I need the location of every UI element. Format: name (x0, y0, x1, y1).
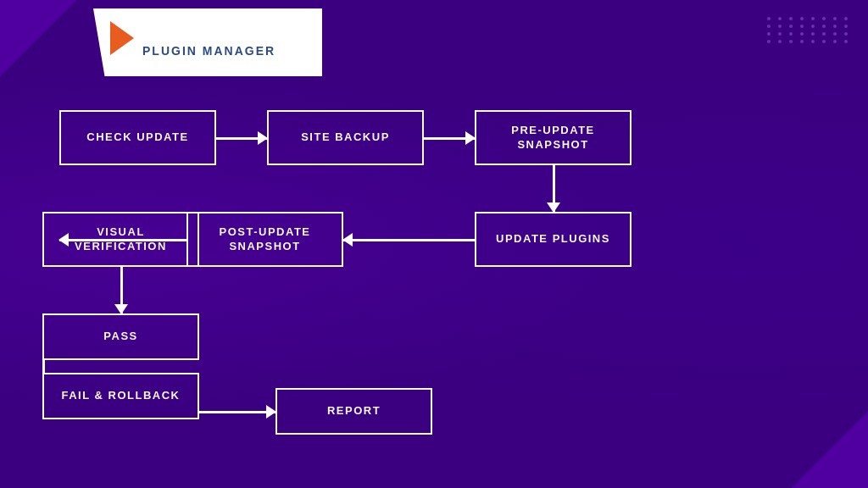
box-site-backup: SITE BACKUP (267, 110, 424, 165)
pass-fail-connector-left (42, 360, 45, 373)
box-pass: PASS (42, 313, 199, 360)
logo-subtitle: PLUGIN MANAGER (142, 45, 275, 58)
bg-triangle-topleft (0, 0, 76, 76)
dot-grid-decoration (767, 17, 851, 43)
box-update-plugins: UPDATE PLUGINS (475, 212, 632, 267)
arrow-plugins-to-postupdate (343, 239, 475, 241)
arrow-preupdate-to-plugins (553, 165, 555, 212)
logo-brand: SMART (142, 19, 275, 45)
logo-chevron-icon (110, 21, 134, 55)
arrow-visual-to-pass (120, 267, 123, 313)
flowchart: CHECK UPDATE SITE BACKUP PRE-UPDATE SNAP… (42, 93, 826, 454)
arrow-check-to-backup (216, 137, 267, 140)
arrow-pass-to-report (199, 411, 275, 413)
box-check-update: CHECK UPDATE (59, 110, 216, 165)
box-visual-verification: VISUAL VERIFICATION (42, 212, 199, 267)
box-pre-update-snapshot: PRE-UPDATE SNAPSHOT (475, 110, 632, 165)
logo-text: SMART PLUGIN MANAGER (142, 19, 275, 58)
box-post-update-snapshot: POST-UPDATE SNAPSHOT (186, 212, 343, 267)
arrow-backup-to-preupdate (424, 137, 475, 140)
box-fail-rollback: FAIL & ROLLBACK (42, 373, 199, 419)
box-report: REPORT (275, 388, 432, 435)
logo: SMART PLUGIN MANAGER (110, 19, 275, 58)
